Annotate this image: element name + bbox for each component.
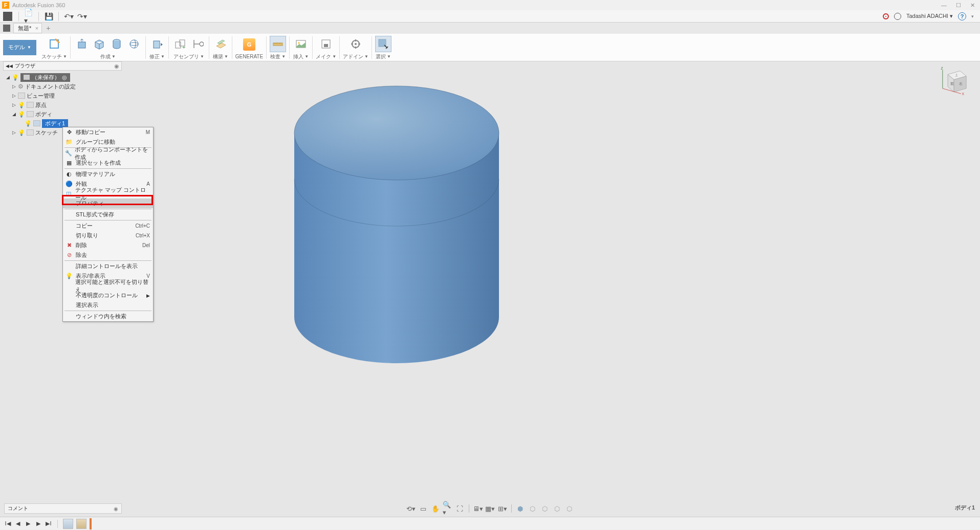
ctx-toggle-selectable[interactable]: 選択可能と選択不可を切り替え bbox=[63, 281, 153, 291]
browser-collapse-icon[interactable]: ◀◀ bbox=[6, 63, 13, 69]
browser-settings-icon[interactable]: ◉ bbox=[114, 63, 119, 70]
select-icon[interactable] bbox=[375, 36, 391, 52]
joint-icon[interactable] bbox=[189, 36, 206, 52]
timeline-next-icon[interactable]: ▶ bbox=[35, 520, 42, 527]
vis-style-5-icon[interactable]: ⬡ bbox=[564, 503, 575, 514]
viewcube[interactable]: 前 右 上 Z X bbox=[939, 67, 970, 97]
workspace-selector[interactable]: モデル▼ bbox=[3, 40, 36, 55]
comment-label: コメント bbox=[8, 505, 28, 512]
bulb-icon[interactable]: 💡 bbox=[18, 129, 25, 136]
browser-header[interactable]: ◀◀ ブラウザ ◉ bbox=[3, 61, 122, 71]
ctx-find-in-window[interactable]: ウィンドウ内を検索 bbox=[63, 312, 153, 321]
record-icon[interactable] bbox=[883, 13, 889, 19]
cylinder-icon[interactable] bbox=[108, 36, 125, 52]
ctx-delete[interactable]: ✖削除Del bbox=[63, 240, 153, 250]
zoom-icon[interactable]: 🔍▾ bbox=[443, 503, 453, 514]
ctx-create-component[interactable]: 🔧ボディからコンポーネントを作成 bbox=[63, 148, 153, 158]
look-at-icon[interactable]: ▭ bbox=[418, 503, 428, 514]
timeline-play-icon[interactable]: ▶ bbox=[25, 520, 32, 527]
redo-icon[interactable]: ↷▾ bbox=[77, 12, 86, 21]
svg-point-3 bbox=[130, 40, 138, 48]
ctx-copy[interactable]: コピーCtrl+C bbox=[63, 221, 153, 231]
comment-bar[interactable]: コメント ◉ bbox=[4, 503, 122, 514]
display-settings-icon[interactable]: 🖥▾ bbox=[473, 503, 483, 514]
file-menu-icon[interactable]: 📄▾ bbox=[24, 12, 33, 21]
viewport-layout-icon[interactable]: ⊞▾ bbox=[497, 503, 508, 514]
save-icon[interactable]: 💾 bbox=[44, 12, 53, 21]
show-data-panel-icon[interactable] bbox=[3, 25, 10, 32]
sketch-create-icon[interactable] bbox=[46, 36, 62, 52]
box-icon[interactable] bbox=[91, 36, 107, 52]
timeline-prev-icon[interactable]: ◀ bbox=[14, 520, 21, 527]
job-status-icon[interactable] bbox=[894, 13, 901, 20]
toolgroup-generate: G GENERATE bbox=[235, 35, 263, 59]
grid-snap-icon[interactable]: ▦▾ bbox=[485, 503, 495, 514]
bulb-icon: 💡 bbox=[65, 272, 73, 280]
press-pull-icon[interactable] bbox=[149, 36, 165, 52]
tree-doc-settings[interactable]: ⚙ ドキュメントの設定 bbox=[4, 82, 122, 91]
viewport[interactable]: ◀◀ ブラウザ ◉ 💡 （未保存）◎ ⚙ ドキュメントの設定 ビュー管理 bbox=[0, 61, 980, 517]
group-icon: 📁 bbox=[65, 138, 73, 146]
undo-icon[interactable]: ↶▾ bbox=[64, 12, 73, 21]
timeline-start-icon[interactable]: I◀ bbox=[4, 520, 11, 527]
fit-icon[interactable]: ⛶ bbox=[455, 503, 465, 514]
toolgroup-addins: アドイン▼ bbox=[343, 35, 368, 60]
extrude-icon[interactable] bbox=[74, 36, 90, 52]
close-button[interactable]: ✕ bbox=[970, 2, 975, 9]
vis-style-4-icon[interactable]: ⬡ bbox=[552, 503, 562, 514]
ctx-cut[interactable]: 切り取りCtrl+X bbox=[63, 231, 153, 240]
ctx-isolate[interactable]: 選択表示 bbox=[63, 300, 153, 310]
model-cylinder[interactable] bbox=[287, 77, 507, 373]
ctx-remove[interactable]: ⊘除去 bbox=[63, 250, 153, 260]
assembly-new-icon[interactable]: + bbox=[172, 36, 188, 52]
insert-image-icon[interactable] bbox=[293, 36, 309, 52]
bulb-icon[interactable]: 💡 bbox=[25, 120, 32, 127]
minimize-button[interactable]: — bbox=[941, 2, 947, 9]
svg-text:X: X bbox=[962, 92, 965, 96]
vis-style-3-icon[interactable]: ⬡ bbox=[540, 503, 550, 514]
tree-views[interactable]: ビュー管理 bbox=[4, 91, 122, 100]
addins-icon[interactable] bbox=[347, 36, 364, 52]
generate-icon[interactable]: G bbox=[241, 36, 257, 53]
svg-point-4 bbox=[130, 42, 138, 46]
user-menu[interactable]: Tadashi ADACHI ▾ bbox=[906, 13, 953, 19]
pan-icon[interactable]: ✋ bbox=[430, 503, 441, 514]
ctx-show-detail-controls[interactable]: 詳細コントロールを表示 bbox=[63, 261, 153, 271]
tree-origin[interactable]: 💡 原点 bbox=[4, 100, 122, 109]
ctx-move-copy[interactable]: ✥移動/コピーM bbox=[63, 127, 153, 137]
orbit-icon[interactable]: ⟲▾ bbox=[406, 503, 416, 514]
timeline-feature-sketch[interactable] bbox=[63, 519, 73, 529]
ctx-texture-map[interactable]: ◫テクスチャ マップ コントロール bbox=[63, 189, 153, 198]
toolgroup-inspect: 検査▼ bbox=[270, 35, 286, 60]
construct-plane-icon[interactable] bbox=[212, 36, 229, 52]
svg-text:Z: Z bbox=[941, 67, 943, 70]
help-icon[interactable]: ? bbox=[958, 12, 966, 20]
measure-icon[interactable] bbox=[270, 36, 286, 52]
appearance-icon: 🔵 bbox=[65, 180, 73, 188]
bulb-icon[interactable]: 💡 bbox=[18, 111, 25, 118]
vis-style-2-icon[interactable]: ⬡ bbox=[528, 503, 538, 514]
timeline-feature-extrude[interactable] bbox=[76, 519, 86, 529]
tree-root[interactable]: 💡 （未保存）◎ bbox=[4, 73, 122, 82]
timeline-marker[interactable] bbox=[90, 518, 92, 529]
data-panel-icon[interactable] bbox=[3, 12, 12, 21]
submenu-arrow-icon: ▶ bbox=[146, 293, 150, 298]
tree-bodies[interactable]: 💡 ボディ bbox=[4, 109, 122, 119]
ctx-save-stl[interactable]: STL形式で保存 bbox=[63, 210, 153, 219]
sphere-icon[interactable] bbox=[126, 36, 142, 52]
tab-close-icon[interactable]: × bbox=[35, 25, 38, 31]
vis-style-1-icon[interactable]: ⬢ bbox=[515, 503, 526, 514]
maximize-button[interactable]: ☐ bbox=[956, 2, 961, 9]
toolgroup-insert: 挿入▼ bbox=[293, 35, 309, 60]
ctx-physical-material[interactable]: ◐物理マテリアル bbox=[63, 169, 153, 179]
timeline-end-icon[interactable]: ▶I bbox=[45, 520, 52, 527]
comment-settings-icon[interactable]: ◉ bbox=[114, 506, 118, 512]
bulb-icon[interactable]: 💡 bbox=[12, 74, 19, 81]
ribbon-toolbar: モデル▼ スケッチ▼ 作成▼ 修正▼ + アセンブリ▼ bbox=[0, 34, 980, 61]
document-tabs: 無題* × + bbox=[0, 23, 980, 34]
make-3dprint-icon[interactable] bbox=[318, 36, 334, 52]
bulb-icon[interactable]: 💡 bbox=[18, 102, 25, 108]
new-tab-button[interactable]: + bbox=[42, 24, 54, 32]
document-tab[interactable]: 無題* × bbox=[13, 23, 42, 33]
toolgroup-create: 作成▼ bbox=[74, 35, 142, 60]
